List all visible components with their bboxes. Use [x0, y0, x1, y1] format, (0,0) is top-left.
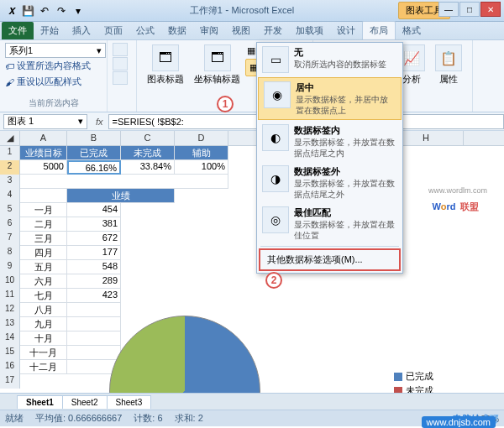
row-header[interactable]: 6 — [0, 217, 20, 232]
col-header[interactable]: A — [20, 131, 67, 145]
redo-icon[interactable]: ↷ — [54, 3, 69, 18]
tab-layout[interactable]: 布局 — [362, 21, 396, 39]
col-header[interactable]: C — [121, 131, 175, 145]
cell[interactable]: 九月 — [20, 317, 67, 331]
name-box[interactable]: 图表 1▾ — [3, 114, 87, 129]
cell[interactable]: 三月 — [20, 232, 67, 246]
dd-none[interactable]: ▭无取消所选内容的数据标签 — [257, 43, 402, 76]
cell[interactable]: 100% — [175, 160, 228, 175]
select-all-corner[interactable]: ◢ — [0, 131, 20, 145]
col-header[interactable]: D — [175, 131, 228, 145]
close-button[interactable]: ✕ — [480, 2, 501, 17]
tab-addin[interactable]: 加载项 — [289, 22, 330, 39]
cell[interactable]: 七月 — [20, 289, 67, 303]
dd-outside[interactable]: ◑数据标签外显示数据标签，并放置在数据点结尾之外 — [257, 162, 402, 203]
row-header[interactable]: 5 — [0, 203, 20, 217]
cell[interactable]: 381 — [67, 217, 121, 232]
insert-pic-icon[interactable] — [113, 43, 128, 56]
cell[interactable] — [20, 175, 228, 189]
tab-formula[interactable]: 公式 — [129, 22, 161, 39]
cell[interactable]: 已完成 — [67, 146, 121, 160]
tab-design[interactable]: 设计 — [330, 22, 362, 39]
cell[interactable]: 177 — [67, 246, 121, 260]
minimize-button[interactable]: — — [438, 2, 459, 17]
cell[interactable]: 5000 — [20, 160, 67, 175]
watermark-wordlm: Word 联盟 — [433, 195, 479, 214]
row-header[interactable]: 2 — [0, 160, 20, 175]
tab-view[interactable]: 视图 — [225, 22, 257, 39]
row-header[interactable]: 4 — [0, 189, 20, 203]
excel-icon[interactable]: 𝙓 — [3, 3, 18, 18]
row-header[interactable]: 7 — [0, 232, 20, 246]
cell[interactable]: 454 — [67, 203, 121, 217]
tab-page[interactable]: 页面 — [97, 22, 129, 39]
row-header[interactable]: 16 — [0, 360, 20, 374]
cell[interactable]: 业绩 — [67, 189, 175, 203]
cell[interactable]: 六月 — [20, 274, 67, 289]
row-header[interactable]: 17 — [0, 374, 20, 389]
status-ready: 就绪 — [5, 412, 24, 425]
dd-inside[interactable]: ◐数据标签内显示数据标签，并放置在数据点结尾之内 — [257, 121, 402, 162]
save-icon[interactable]: 💾 — [20, 3, 35, 18]
row-header[interactable]: 9 — [0, 260, 20, 274]
row-header[interactable]: 3 — [0, 175, 20, 189]
sheet-tab[interactable]: Sheet3 — [107, 395, 152, 409]
cell[interactable]: 548 — [67, 260, 121, 274]
dd-center[interactable]: ◉居中显示数据标签，并居中放置在数据点上 — [258, 77, 402, 120]
status-avg: 平均值: 0.666666667 — [35, 412, 122, 425]
dd-more-options[interactable]: 其他数据标签选项(M)... — [259, 248, 401, 271]
pie-chart[interactable]: 已完成 未完成 辅助 — [109, 316, 336, 393]
undo-icon[interactable]: ↶ — [37, 3, 52, 18]
cell[interactable]: 二月 — [20, 217, 67, 232]
cell[interactable]: 十月 — [20, 331, 67, 346]
properties-button[interactable]: 📋属性 — [430, 43, 467, 109]
cell[interactable]: 业绩目标 — [20, 146, 67, 160]
tab-review[interactable]: 审阅 — [193, 22, 225, 39]
row-header[interactable]: 8 — [0, 246, 20, 260]
cell[interactable]: 289 — [67, 274, 121, 289]
row-header[interactable]: 11 — [0, 289, 20, 303]
chart-legend: 已完成 未完成 辅助 — [391, 366, 437, 393]
cell[interactable]: 423 — [67, 289, 121, 303]
sheet-tab[interactable]: Sheet1 — [17, 395, 63, 409]
qat-dropdown-icon[interactable]: ▾ — [71, 3, 86, 18]
tab-dev[interactable]: 开发 — [257, 22, 289, 39]
cell[interactable]: 一月 — [20, 203, 67, 217]
properties-icon: 📋 — [435, 44, 462, 71]
cell[interactable]: 未完成 — [121, 146, 175, 160]
maximize-button[interactable]: □ — [459, 2, 480, 17]
row-header[interactable]: 12 — [0, 303, 20, 317]
dd-bestfit[interactable]: ◎最佳匹配显示数据标签，并放置在最佳位置 — [257, 203, 402, 244]
chart-element-selector[interactable]: 系列1▾ — [5, 43, 106, 58]
tab-format[interactable]: 格式 — [396, 22, 428, 39]
col-header[interactable]: B — [67, 131, 121, 145]
cell[interactable] — [20, 189, 67, 203]
cell[interactable]: 66.16% — [67, 160, 121, 175]
sheet-tab[interactable]: Sheet2 — [62, 395, 108, 409]
legend-icon: ▦ — [247, 45, 255, 56]
cell[interactable]: 四月 — [20, 246, 67, 260]
insert-shape-icon[interactable] — [113, 57, 128, 70]
cell[interactable]: 辅助 — [175, 146, 228, 160]
row-header[interactable]: 13 — [0, 317, 20, 331]
insert-text-icon[interactable] — [113, 71, 128, 85]
cell[interactable]: 八月 — [20, 303, 67, 317]
cell[interactable]: 五月 — [20, 260, 67, 274]
cell[interactable]: 十二月 — [20, 360, 67, 374]
tab-insert[interactable]: 插入 — [66, 22, 97, 39]
row-header[interactable]: 15 — [0, 346, 20, 360]
row-header[interactable]: 1 — [0, 146, 20, 160]
tab-file[interactable]: 文件 — [2, 22, 34, 39]
fx-icon[interactable]: fx — [91, 117, 108, 127]
row-header[interactable]: 10 — [0, 274, 20, 289]
tab-home[interactable]: 开始 — [34, 22, 66, 39]
format-selection-button[interactable]: 🏷设置所选内容格式 — [5, 58, 102, 74]
cell[interactable]: 33.84% — [121, 160, 175, 175]
formula-bar: 图表 1▾ fx =SERIES( !$B$2: — [0, 112, 504, 131]
tab-data[interactable]: 数据 — [161, 22, 193, 39]
chart-title-button[interactable]: 🗔图表标题 — [142, 43, 189, 109]
cell[interactable]: 672 — [67, 232, 121, 246]
cell[interactable]: 十一月 — [20, 346, 67, 360]
reset-style-button[interactable]: 🖌重设以匹配样式 — [5, 74, 102, 90]
row-header[interactable]: 14 — [0, 331, 20, 346]
